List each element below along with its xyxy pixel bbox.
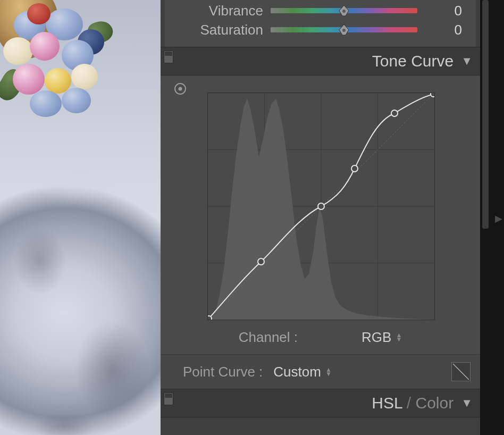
svg-point-14	[351, 165, 358, 172]
tone-curve-toggle[interactable]	[164, 51, 173, 63]
vibrance-row: Vibrance 0	[170, 1, 471, 20]
flower-blue	[30, 90, 62, 117]
tone-curve-box[interactable]	[207, 93, 435, 320]
color-label: Color	[416, 394, 454, 412]
expand-right-panel-icon[interactable]: ▶	[495, 213, 502, 224]
saturation-row: Saturation 0	[170, 20, 471, 39]
channel-row: Channel : RGB ▲▼	[170, 320, 471, 354]
saturation-slider[interactable]	[271, 27, 417, 32]
flower-pink	[30, 32, 60, 61]
flower-blue	[62, 88, 91, 113]
tone-curve-panel: Channel : RGB ▲▼ Point Curve : Custom ▲▼	[161, 76, 480, 389]
svg-point-3	[179, 87, 182, 91]
slash: /	[402, 394, 416, 412]
chevron-down-icon[interactable]: ▼	[461, 396, 473, 410]
flower-cream	[71, 64, 98, 89]
flower-red	[27, 3, 51, 24]
svg-point-13	[318, 203, 324, 210]
vibrance-label: Vibrance	[170, 3, 271, 19]
tone-curve-header[interactable]: Tone Curve ▼	[161, 47, 480, 76]
photo-preview[interactable]	[0, 0, 161, 435]
vibrance-slider[interactable]	[271, 8, 417, 13]
develop-panel-column: Vibrance 0 Saturation	[161, 0, 480, 435]
hsl-label: HSL	[372, 394, 402, 412]
svg-point-11	[208, 316, 212, 320]
point-curve-row: Point Curve : Custom ▲▼	[161, 354, 480, 389]
app-root: Vibrance 0 Saturation	[0, 0, 504, 435]
flower-cream	[3, 37, 33, 65]
saturation-value[interactable]: 0	[417, 22, 462, 38]
saturation-label: Saturation	[170, 22, 271, 38]
svg-point-12	[258, 258, 264, 265]
point-curve-value-text: Custom	[273, 364, 321, 380]
panel-inner: Vibrance 0 Saturation	[161, 0, 480, 417]
hsl-color-title: HSL / Color	[372, 394, 453, 412]
tone-curve-chart[interactable]	[207, 93, 434, 320]
channel-label: Channel :	[239, 329, 298, 346]
svg-point-15	[391, 110, 398, 116]
vibrance-handle[interactable]	[338, 4, 350, 17]
svg-point-0	[342, 10, 346, 13]
tone-curve-title: Tone Curve	[372, 52, 453, 70]
channel-value-text: RGB	[362, 329, 391, 346]
vibrance-value[interactable]: 0	[417, 3, 462, 19]
hsl-color-header[interactable]: HSL / Color ▼	[161, 389, 480, 417]
svg-point-1	[342, 29, 346, 32]
chevron-down-icon[interactable]: ▼	[461, 54, 473, 68]
flower-pink	[13, 64, 45, 95]
presence-panel-tail: Vibrance 0 Saturation	[165, 0, 476, 47]
panel-scrollbar[interactable]	[482, 0, 489, 229]
saturation-handle[interactable]	[338, 23, 350, 36]
updown-arrows-icon: ▲▼	[396, 333, 402, 341]
hsl-color-toggle[interactable]	[164, 392, 173, 405]
svg-point-16	[431, 93, 434, 97]
curve-mode-toggle-icon[interactable]	[451, 362, 471, 381]
photo-bouquet	[3, 11, 115, 117]
right-gutter: ▶	[480, 0, 504, 435]
targeted-adjustment-tool-icon[interactable]	[173, 82, 187, 98]
point-curve-selector[interactable]: Custom ▲▼	[273, 364, 331, 380]
panel-scroll: Vibrance 0 Saturation	[161, 0, 480, 435]
channel-selector[interactable]: RGB ▲▼	[362, 329, 402, 346]
updown-arrows-icon: ▲▼	[325, 367, 332, 376]
point-curve-label: Point Curve :	[183, 364, 263, 380]
